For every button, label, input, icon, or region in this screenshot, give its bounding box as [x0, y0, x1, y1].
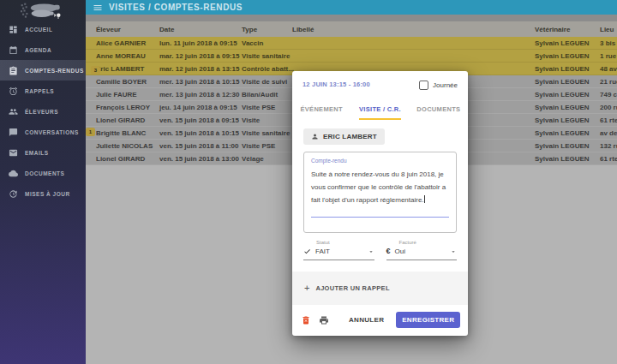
- column-header-type: Type: [242, 21, 257, 37]
- dashboard-icon: [9, 25, 18, 34]
- cell-type: Contrôle abatt...: [242, 63, 294, 75]
- alarm-icon: [9, 87, 18, 96]
- column-header-libelle: Libellé: [292, 21, 314, 37]
- cell-lieu: 749 ch: [600, 88, 617, 100]
- cell-lieu: 132 ru: [600, 140, 617, 152]
- cell-lieu: 48 av: [600, 63, 617, 75]
- cell-veterinaire: Sylvain LEGUEN: [535, 140, 590, 152]
- cell-eleveur: François LEROY: [96, 101, 150, 113]
- dialog-tabs: ÉVÉNEMENT VISITE / C.R. DOCUMENTS: [292, 98, 468, 120]
- sidebar-item-mises-a-jour[interactable]: MISES À JOUR: [0, 183, 86, 204]
- cell-eleveur: Lionel GIRARD: [96, 152, 145, 164]
- cell-veterinaire: Sylvain LEGUEN: [535, 101, 590, 113]
- sidebar-item-agenda[interactable]: AGENDA: [0, 39, 86, 60]
- sidebar-item-label: ÉLEVEURS: [25, 109, 58, 115]
- check-icon: [303, 248, 311, 255]
- cell-date: mer. 13 juin 2018 à 10:15: [159, 75, 239, 87]
- column-header-eleveur: Éleveur: [96, 21, 121, 37]
- status-billing-row: Statut FAIT Facturé € Oui: [292, 233, 468, 260]
- table-row[interactable]: Alice GARNIER lun. 11 juin 2018 à 09:15 …: [86, 37, 617, 50]
- all-day-label: Journée: [433, 81, 458, 89]
- cell-type: Visite sanitaire: [242, 127, 290, 139]
- facture-label: Facturé: [399, 240, 458, 245]
- add-reminder-button[interactable]: + AJOUTER UN RAPPEL: [292, 272, 468, 305]
- sidebar-item-label: COMPTES-RENDUS: [25, 68, 84, 74]
- statut-label: Statut: [316, 240, 374, 245]
- focus-underline: [311, 217, 449, 218]
- all-day-toggle[interactable]: Journée: [419, 81, 458, 90]
- sidebar-item-label: AGENDA: [25, 47, 51, 53]
- text-cursor: [424, 195, 425, 203]
- chat-icon: [9, 128, 18, 137]
- column-header-date: Date: [159, 21, 174, 37]
- tab-visite-cr[interactable]: VISITE / C.R.: [350, 98, 409, 120]
- cell-type: Visite sanitaire: [242, 50, 290, 62]
- tab-evenement[interactable]: ÉVÉNEMENT: [292, 98, 350, 120]
- facture-select[interactable]: € Oui: [386, 248, 458, 260]
- all-day-checkbox[interactable]: [419, 81, 428, 90]
- dialog-footer: ANNULER ENREGISTRER: [292, 305, 468, 336]
- cell-date: mar. 12 juin 2018 à 13:15: [159, 63, 239, 75]
- statut-value: FAIT: [315, 248, 330, 255]
- cell-date: ven. 15 juin 2018 à 09:15: [159, 114, 239, 126]
- sidebar-item-documents[interactable]: DOCUMENTS: [0, 163, 86, 183]
- column-header-lieu: Lieu: [600, 21, 614, 37]
- people-icon: [9, 107, 18, 116]
- cell-date: jeu. 14 juin 2018 à 09:15: [159, 101, 237, 113]
- column-header-veterinaire: Vétérinaire: [535, 21, 570, 37]
- sidebar-item-label: CONVERSATIONS: [25, 129, 79, 135]
- sidebar-item-conversations[interactable]: CONVERSATIONS 1: [0, 122, 86, 142]
- cell-veterinaire: Sylvain LEGUEN: [535, 75, 590, 87]
- hamburger-menu-icon[interactable]: [93, 3, 103, 13]
- sidebar-item-rappels[interactable]: RAPPELS: [0, 81, 86, 101]
- report-icon: [9, 66, 18, 75]
- person-icon: [311, 133, 319, 140]
- sidebar-item-label: MISES À JOUR: [25, 191, 70, 197]
- sidebar-item-label: DOCUMENTS: [25, 170, 64, 176]
- cell-eleveur: Camille BOYER: [96, 75, 147, 87]
- conversations-count-badge: 1: [86, 128, 95, 136]
- page-title: VISITES / COMPTES-RENDUS: [109, 3, 243, 12]
- print-button[interactable]: [319, 315, 329, 325]
- event-time-range[interactable]: 12 JUIN 13:15 - 16:00: [303, 81, 370, 88]
- cell-lieu: 21 rue: [600, 75, 617, 87]
- trash-icon: [301, 315, 311, 325]
- sidebar-item-label: EMAILS: [25, 150, 49, 156]
- cell-type: Visite PSE: [242, 101, 275, 113]
- statut-select[interactable]: FAIT: [303, 248, 374, 260]
- chevron-down-icon: [368, 248, 374, 255]
- report-textarea[interactable]: Compte-rendu Suite à notre rendez-vous d…: [303, 152, 457, 233]
- report-field-label: Compte-rendu: [311, 158, 449, 164]
- save-button[interactable]: ENREGISTRER: [396, 312, 460, 328]
- euro-icon: €: [386, 248, 391, 255]
- attendee-row: ERIC LAMBERT: [292, 120, 468, 151]
- delete-button[interactable]: [301, 315, 311, 325]
- cell-type: Visite de suivi: [242, 75, 287, 87]
- sidebar-item-emails[interactable]: EMAILS: [0, 142, 86, 163]
- cell-lieu: av de: [600, 127, 617, 139]
- app-root: ACCUEIL AGENDA COMPTES-RENDUS 3 RAPPELS …: [0, 0, 617, 364]
- tab-documents[interactable]: DOCUMENTS: [410, 98, 468, 120]
- cell-type: Vaccin: [242, 37, 263, 49]
- cell-date: mer. 13 juin 2018 à 12:30: [159, 88, 239, 100]
- sidebar-item-accueil[interactable]: ACCUEIL: [0, 19, 86, 39]
- cell-lieu: 61 rte: [600, 114, 617, 126]
- table-row[interactable]: Anne MOREAU mar. 12 juin 2018 à 09:15 Vi…: [86, 50, 617, 63]
- sidebar-item-comptes-rendus[interactable]: COMPTES-RENDUS 3: [0, 60, 86, 81]
- plus-icon: +: [304, 283, 309, 293]
- cell-veterinaire: Sylvain LEGUEN: [535, 127, 590, 139]
- cancel-button[interactable]: ANNULER: [344, 313, 388, 327]
- table-header-row: Éleveur Date Type Libellé Vétérinaire Li…: [86, 21, 617, 37]
- cell-type: Visite PSE: [242, 140, 275, 152]
- cell-eleveur: Juliette NICOLAS: [96, 140, 153, 152]
- attendee-chip[interactable]: ERIC LAMBERT: [303, 128, 385, 145]
- sidebar-item-label: RAPPELS: [25, 88, 54, 94]
- visit-report-dialog: 12 JUIN 13:15 - 16:00 Journée ÉVÉNEMENT …: [292, 71, 468, 336]
- cell-veterinaire: Sylvain LEGUEN: [535, 114, 590, 126]
- cloud-icon: [9, 169, 18, 178]
- statut-field: Statut FAIT: [303, 240, 374, 260]
- attendee-name: ERIC LAMBERT: [323, 133, 377, 140]
- add-reminder-label: AJOUTER UN RAPPEL: [315, 284, 389, 292]
- cell-lieu: 1 rue d: [600, 50, 617, 62]
- sidebar-item-eleveurs[interactable]: ÉLEVEURS: [0, 101, 86, 122]
